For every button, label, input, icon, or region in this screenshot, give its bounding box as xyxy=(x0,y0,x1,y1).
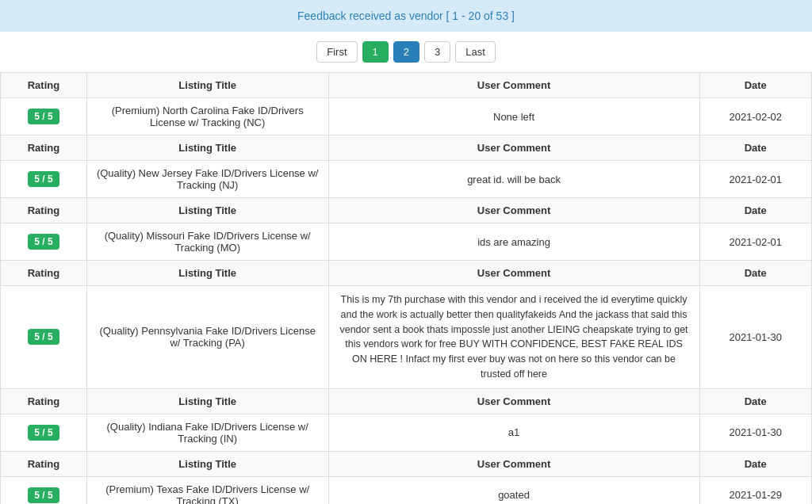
col-header-comment-2: User Comment xyxy=(328,198,699,223)
listing-cell-3: (Quality) Pennsylvania Fake ID/Drivers L… xyxy=(86,286,328,389)
comment-cell-0: None left xyxy=(328,98,699,136)
rating-badge-5: 5 / 5 xyxy=(28,487,59,503)
col-header-comment-5: User Comment xyxy=(328,451,699,476)
date-cell-5: 2021-01-29 xyxy=(699,476,812,504)
table-row-1: 5 / 5(Quality) New Jersey Fake ID/Driver… xyxy=(1,161,812,198)
rating-badge-4: 5 / 5 xyxy=(28,425,59,441)
col-header-comment-3: User Comment xyxy=(328,261,699,286)
comment-cell-1: great id. will be back xyxy=(328,161,699,198)
listing-cell-0: (Premium) North Carolina Fake ID/Drivers… xyxy=(86,98,328,136)
col-header-listing-3: Listing Title xyxy=(86,261,328,286)
table-header-row-0: Rating Listing Title User Comment Date xyxy=(1,73,812,98)
page-1-button[interactable]: 1 xyxy=(362,41,389,63)
rating-badge-2: 5 / 5 xyxy=(28,234,59,250)
feedback-table: Rating Listing Title User Comment Date 5… xyxy=(0,72,812,504)
col-header-rating-1: Rating xyxy=(1,136,87,161)
col-header-listing-2: Listing Title xyxy=(86,198,328,223)
col-header-comment-1: User Comment xyxy=(328,136,699,161)
rating-cell-0: 5 / 5 xyxy=(1,98,87,136)
comment-cell-5: goated xyxy=(328,476,699,504)
last-page-button[interactable]: Last xyxy=(455,41,496,63)
table-row-0: 5 / 5(Premium) North Carolina Fake ID/Dr… xyxy=(1,98,812,136)
listing-cell-1: (Quality) New Jersey Fake ID/Drivers Lic… xyxy=(86,161,328,198)
listing-cell-5: (Premium) Texas Fake ID/Drivers License … xyxy=(86,476,328,504)
col-header-listing-5: Listing Title xyxy=(86,451,328,476)
header-text: Feedback received as vendor [ 1 - 20 of … xyxy=(297,10,515,22)
col-header-date-5: Date xyxy=(699,451,812,476)
date-cell-3: 2021-01-30 xyxy=(699,286,812,389)
col-header-date-3: Date xyxy=(699,261,812,286)
rating-cell-3: 5 / 5 xyxy=(1,286,87,389)
pagination: First 1 2 3 Last xyxy=(0,32,812,72)
date-cell-1: 2021-02-01 xyxy=(699,161,812,198)
first-page-button[interactable]: First xyxy=(316,41,357,63)
date-cell-4: 2021-01-30 xyxy=(699,414,812,451)
table-header-row-1: Rating Listing Title User Comment Date xyxy=(1,136,812,161)
col-header-listing-4: Listing Title xyxy=(86,388,328,414)
col-header-rating-4: Rating xyxy=(1,388,87,414)
listing-cell-2: (Quality) Missouri Fake ID/Drivers Licen… xyxy=(86,223,328,261)
col-header-rating-2: Rating xyxy=(1,198,87,223)
rating-cell-4: 5 / 5 xyxy=(1,414,87,451)
comment-cell-3: This is my 7th purchase with this vendor… xyxy=(328,286,699,389)
rating-badge-1: 5 / 5 xyxy=(28,171,59,187)
table-header-row-5: Rating Listing Title User Comment Date xyxy=(1,451,812,476)
long-comment-3: This is my 7th purchase with this vendor… xyxy=(339,292,690,382)
col-header-comment-0: User Comment xyxy=(328,73,699,98)
feedback-header: Feedback received as vendor [ 1 - 20 of … xyxy=(0,0,812,32)
col-header-date-1: Date xyxy=(699,136,812,161)
table-row-5: 5 / 5(Premium) Texas Fake ID/Drivers Lic… xyxy=(1,476,812,504)
table-row-2: 5 / 5(Quality) Missouri Fake ID/Drivers … xyxy=(1,223,812,261)
date-cell-0: 2021-02-02 xyxy=(699,98,812,136)
page-3-button[interactable]: 3 xyxy=(424,41,450,63)
page-wrapper: Feedback received as vendor [ 1 - 20 of … xyxy=(0,0,812,504)
col-header-rating-5: Rating xyxy=(1,451,87,476)
table-header-row-4: Rating Listing Title User Comment Date xyxy=(1,388,812,414)
col-header-comment-4: User Comment xyxy=(328,388,699,414)
table-row-3: 5 / 5(Quality) Pennsylvania Fake ID/Driv… xyxy=(1,286,812,389)
rating-cell-1: 5 / 5 xyxy=(1,161,87,198)
col-header-rating-0: Rating xyxy=(1,73,87,98)
col-header-listing-0: Listing Title xyxy=(86,73,328,98)
table-header-row-2: Rating Listing Title User Comment Date xyxy=(1,198,812,223)
rating-cell-2: 5 / 5 xyxy=(1,223,87,261)
listing-cell-4: (Quality) Indiana Fake ID/Drivers Licens… xyxy=(86,414,328,451)
page-2-button[interactable]: 2 xyxy=(393,41,419,63)
col-header-listing-1: Listing Title xyxy=(86,136,328,161)
rating-badge-0: 5 / 5 xyxy=(28,109,59,124)
col-header-date-4: Date xyxy=(699,388,812,414)
table-row-4: 5 / 5(Quality) Indiana Fake ID/Drivers L… xyxy=(1,414,812,451)
col-header-date-2: Date xyxy=(699,198,812,223)
col-header-rating-3: Rating xyxy=(1,261,87,286)
rating-cell-5: 5 / 5 xyxy=(1,476,87,504)
rating-badge-3: 5 / 5 xyxy=(28,329,59,345)
date-cell-2: 2021-02-01 xyxy=(699,223,812,261)
table-header-row-3: Rating Listing Title User Comment Date xyxy=(1,261,812,286)
comment-cell-2: ids are amazing xyxy=(328,223,699,261)
comment-cell-4: a1 xyxy=(328,414,699,451)
col-header-date-0: Date xyxy=(699,73,812,98)
